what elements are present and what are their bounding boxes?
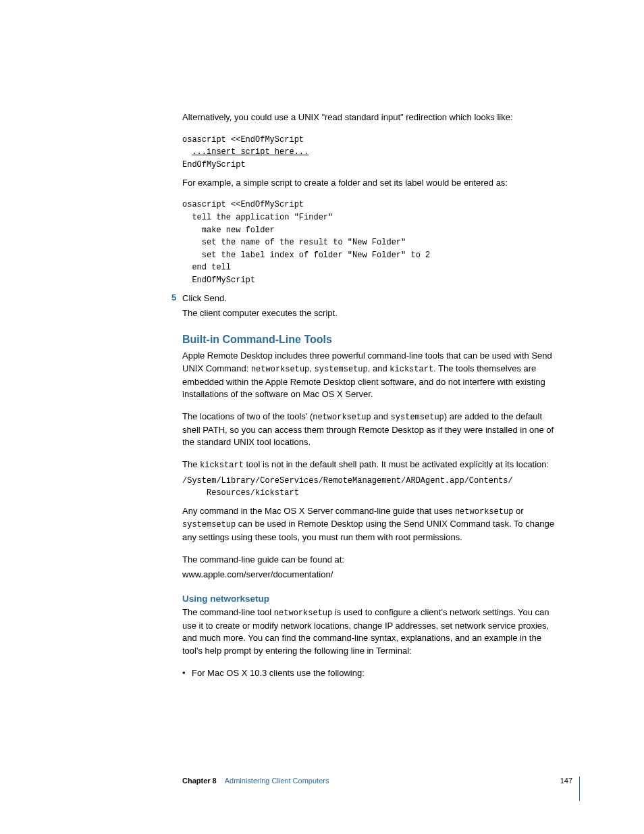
sub-p1: The command-line tool networksetup is us… (182, 606, 560, 658)
section-p5: The command-line guide can be found at: (182, 554, 560, 567)
code-line: tell the application "Finder" (182, 213, 333, 222)
code-line: osascript <<EndOfMyScript (182, 200, 304, 209)
step-number: 5 (171, 292, 176, 303)
code-line: osascript <<EndOfMyScript (182, 135, 304, 145)
footer-inner: Chapter 8 Administering Client Computers… (182, 777, 580, 801)
footer-chapter: Chapter 8 (182, 777, 217, 785)
section-p5-url: www.apple.com/server/documentation/ (182, 569, 560, 581)
page-footer: Chapter 8 Administering Client Computers… (0, 777, 644, 801)
code-line: set the label index of folder "New Folde… (182, 251, 430, 260)
subsection-heading: Using networksetup (182, 594, 560, 604)
inline-code: systemsetup (315, 365, 368, 374)
inline-code: networksetup (313, 413, 371, 422)
inline-code: kickstart (390, 365, 433, 374)
bullet-item: For Mac OS X 10.3 clients use the follow… (192, 667, 560, 680)
section-p4: Any command in the Mac OS X Server comma… (182, 505, 560, 544)
section-heading: Built-in Command-Line Tools (182, 334, 560, 346)
code-line: EndOfMyScript (182, 276, 255, 285)
step-text: Click Send. (182, 292, 560, 305)
section-p1: Apple Remote Desktop includes three powe… (182, 350, 560, 401)
code-line: end tell (182, 263, 231, 272)
code-block-1: osascript <<EndOfMyScript ...insert scri… (182, 134, 560, 172)
code-line: make new folder (182, 226, 275, 235)
footer-title: Administering Client Computers (225, 777, 329, 785)
section-p2: The locations of two of the tools' (netw… (182, 411, 560, 449)
code-line: set the name of the result to "New Folde… (182, 238, 406, 247)
bullet-list: For Mac OS X 10.3 clients use the follow… (182, 667, 560, 680)
inline-code: systemsetup (391, 413, 444, 422)
inline-code: systemsetup (182, 520, 236, 529)
step-5: 5 Click Send. The client computer execut… (182, 292, 560, 321)
code-line-underlined: ...insert script here... (192, 147, 308, 157)
section-p3: The kickstart tool is not in the default… (182, 459, 560, 471)
inline-code: networksetup (251, 365, 309, 374)
inline-code: kickstart (200, 461, 244, 470)
inline-code: networksetup (455, 507, 513, 517)
code-block-3: /System/Library/CoreServices/RemoteManag… (182, 475, 560, 500)
page-content: Alternatively, you could use a UNIX "rea… (0, 0, 644, 777)
code-line: EndOfMyScript (182, 160, 246, 170)
intro-para: Alternatively, you could use a UNIX "rea… (182, 111, 560, 124)
step-result: The client computer executes the script. (182, 307, 560, 320)
inline-code: networksetup (274, 608, 332, 618)
code-block-2: osascript <<EndOfMyScript tell the appli… (182, 199, 560, 286)
example-para: For example, a simple script to create a… (182, 177, 560, 190)
footer-page-number: 147 (560, 777, 572, 785)
